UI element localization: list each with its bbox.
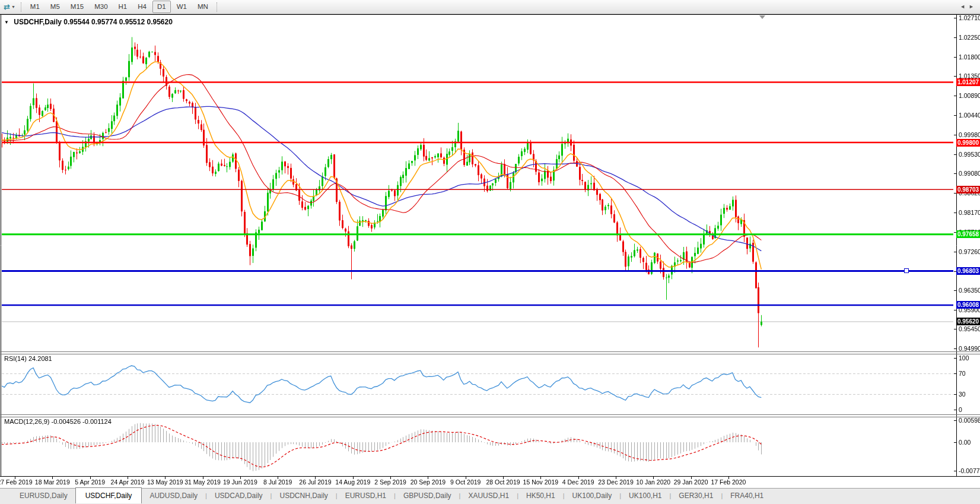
rsi-name: RSI(14) (4, 355, 27, 362)
timeframe-button-w1[interactable]: W1 (172, 1, 192, 13)
symbol-tab-usdchf-daily[interactable]: USDCHF,Daily (75, 487, 142, 503)
scroll-left-icon[interactable]: ◄ (960, 4, 969, 9)
timeframe-button-mn[interactable]: MN (193, 1, 213, 13)
date-label: 24 Apr 2019 (111, 478, 145, 486)
current-price-label: 0.95620 (956, 318, 980, 325)
symbol-tab-uk100-daily[interactable]: UK100,Daily (565, 489, 620, 503)
hline-price-label: 0.97658 (956, 230, 980, 238)
rsi-tick-label: 70 (959, 370, 966, 377)
price-tick-label: 0.94990 (959, 345, 980, 352)
hline-price-label: 0.96803 (956, 267, 980, 275)
price-tick-label: 1.01800 (959, 53, 980, 61)
timeframe-button-h4[interactable]: H4 (133, 1, 151, 13)
timeframe-button-m30[interactable]: M30 (90, 1, 112, 13)
timeframe-button-d1[interactable]: D1 (152, 1, 171, 13)
hline-price-label: 1.01207 (956, 78, 980, 86)
charts-mode-icon[interactable]: ⇄ (0, 2, 11, 11)
date-label: 17 Feb 2020 (711, 478, 746, 486)
symbol-tab-audusd-daily[interactable]: AUDUSD,Daily (142, 489, 205, 503)
symbol-tab-usdcad-daily[interactable]: USDCAD,Daily (207, 489, 271, 503)
date-label: 23 Dec 2019 (598, 478, 634, 486)
date-label: 8 Jul 2019 (263, 478, 292, 486)
rsi-tick-label: 100 (959, 354, 969, 362)
date-label: 5 Apr 2019 (75, 478, 105, 486)
ohlc-high: 0.95774 (91, 18, 117, 26)
date-label: 31 May 2019 (184, 478, 221, 486)
date-label: 26 Jul 2019 (299, 478, 331, 486)
date-label: 14 Aug 2019 (335, 478, 370, 486)
date-label: 13 May 2019 (147, 478, 183, 486)
chart-title: ▼ USDCHF,Daily 0.95544 0.95774 0.95512 0… (4, 18, 173, 26)
symbol-tab-eurusd-h1[interactable]: EURUSD,H1 (338, 489, 394, 503)
macd-name: MACD(12,26,9) (4, 418, 49, 425)
macd-label: MACD(12,26,9) -0.004526 -0.001124 (4, 418, 112, 425)
date-label: 15 Nov 2019 (523, 478, 559, 486)
application-window: ⇄ ▼ M1M5M15M30H1H4D1W1MN ▼ USDCHF,Daily … (0, 0, 980, 504)
symbol-tab-eurusd-daily[interactable]: EURUSD,Daily (12, 489, 75, 503)
price-tick-label: 0.97260 (959, 248, 980, 255)
price-tick-label: 1.00890 (959, 92, 980, 99)
chevron-down-icon[interactable]: ▼ (11, 5, 18, 9)
timeframe-button-m15[interactable]: M15 (66, 1, 88, 13)
date-label: 2 Sep 2019 (374, 478, 406, 486)
hline-drag-handle[interactable] (904, 268, 909, 273)
price-tick-label: 0.99530 (959, 151, 980, 158)
timeframe-button-h1[interactable]: H1 (114, 1, 132, 13)
date-label: 27 Feb 2019 (0, 478, 32, 486)
collapse-arrow-icon[interactable]: ▼ (4, 20, 9, 25)
ohlc-open: 0.95544 (63, 18, 89, 26)
hline-price-label: 0.96008 (956, 301, 980, 309)
macd-tick-label: -0.007737 (959, 467, 980, 474)
toolbar-grip (21, 2, 22, 12)
date-label: 4 Dec 2019 (562, 478, 594, 486)
date-label: 18 Mar 2019 (35, 478, 70, 486)
macd-values: -0.004526 -0.001124 (51, 418, 111, 425)
date-label: 10 Jan 2020 (636, 478, 670, 486)
tab-scroll-arrows[interactable]: ◄► (960, 4, 978, 9)
symbol-tab-fra40-h1[interactable]: FRA40,H1 (723, 489, 771, 503)
date-label: 20 Sep 2019 (411, 478, 446, 486)
rsi-tick-label: 0 (959, 406, 962, 413)
timeframe-button-m5[interactable]: M5 (46, 1, 65, 13)
price-tick-label: 1.00440 (959, 112, 980, 119)
date-label: 19 Jun 2019 (223, 478, 257, 486)
date-label: 29 Jan 2020 (674, 478, 708, 486)
symbol-tabbar: EURUSD,DailyUSDCHF,DailyAUDUSD,Daily|USD… (0, 488, 980, 504)
hline-price-label: 0.99800 (956, 139, 980, 147)
scroll-right-icon[interactable]: ► (969, 4, 978, 9)
timeframe-toolbar: ⇄ ▼ M1M5M15M30H1H4D1W1MN (0, 0, 980, 14)
ohlc-low: 0.95512 (119, 18, 145, 26)
symbol-tab-ger30-h1[interactable]: GER30,H1 (671, 489, 721, 503)
macd-tick-label: 0.00 (959, 439, 971, 446)
price-tick-label: 0.99980 (959, 131, 980, 138)
symbol-tab-xauusd-h1[interactable]: XAUUSD,H1 (460, 489, 517, 503)
symbol-tab-gbpusd-daily[interactable]: GBPUSD,Daily (396, 489, 459, 503)
symbol-tab-hk50-h1[interactable]: HK50,H1 (518, 489, 563, 503)
date-label: 28 Oct 2019 (486, 478, 520, 486)
timeframe-button-m1[interactable]: M1 (26, 1, 44, 13)
symbol-tab-usdcnh-daily[interactable]: USDCNH,Daily (272, 489, 335, 503)
price-tick-label: 1.02710 (959, 14, 980, 21)
date-label: 9 Oct 2019 (450, 478, 481, 486)
ohlc-close: 0.95620 (147, 18, 173, 26)
timeframe-buttons: M1M5M15M30H1H4D1W1MN (25, 1, 214, 13)
chart-symbol: USDCHF,Daily (14, 18, 62, 26)
price-tick-label: 0.98170 (959, 209, 980, 216)
price-tick-label: 0.99080 (959, 170, 980, 177)
rsi-tick-label: 30 (959, 391, 966, 398)
price-tick-label: 0.96350 (959, 287, 980, 294)
rsi-value: 24.2081 (28, 355, 52, 362)
price-chart-canvas[interactable] (0, 0, 980, 504)
toolbar-grip (217, 2, 218, 12)
hline-price-label: 0.98703 (956, 186, 980, 194)
rsi-label: RSI(14) 24.2081 (4, 355, 52, 362)
macd-tick-label: 0.005986 (959, 417, 980, 424)
chart-shift-marker-icon[interactable] (759, 15, 765, 19)
price-tick-label: 1.02250 (959, 34, 980, 41)
symbol-tab-uk100-h1[interactable]: UK100,H1 (621, 489, 669, 503)
price-tick-label: 0.95450 (959, 325, 980, 332)
